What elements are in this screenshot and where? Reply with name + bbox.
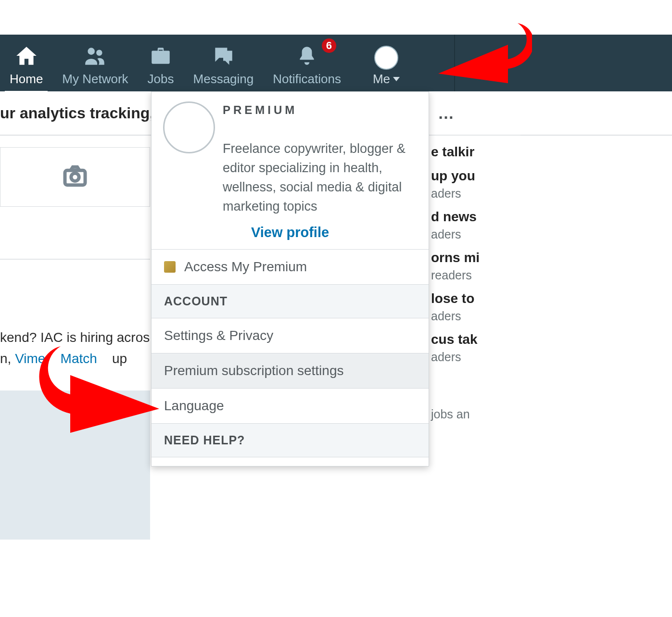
news-item[interactable]: d news aders <box>431 209 520 241</box>
dropdown-profile: PREMIUM Freelance copywriter, blogger & … <box>152 92 429 249</box>
premium-badge-icon <box>164 261 176 273</box>
nav-notifications-label: Notifications <box>273 72 341 87</box>
news-title: up you <box>431 168 520 184</box>
divider <box>0 259 150 260</box>
notification-badge: 6 <box>321 38 337 54</box>
settings-privacy-label: Settings & Privacy <box>164 328 273 343</box>
nav-home[interactable]: Home <box>0 35 52 91</box>
news-item[interactable]: up you aders <box>431 168 520 201</box>
news-sub: readers <box>431 268 520 282</box>
nav-me-label: Me <box>373 72 390 87</box>
nav-messaging[interactable]: Messaging <box>184 35 264 91</box>
news-sub: aders <box>431 350 520 364</box>
access-premium-item[interactable]: Access My Premium <box>152 250 429 284</box>
news-item[interactable]: cus tak aders <box>431 332 520 364</box>
annotation-arrow-bottom <box>37 341 162 438</box>
view-profile-link[interactable]: View profile <box>163 225 417 240</box>
top-nav: Home My Network Jobs Messaging 6 Notific… <box>0 35 672 91</box>
premium-sub-label: Premium subscription settings <box>164 363 343 378</box>
right-ellipsis[interactable]: … <box>429 91 520 136</box>
news-sub: aders <box>431 187 520 201</box>
ellipsis-icon: … <box>438 104 454 123</box>
nav-network[interactable]: My Network <box>52 35 138 91</box>
briefcase-icon <box>149 44 173 70</box>
svg-point-1 <box>71 173 79 181</box>
nav-messaging-label: Messaging <box>193 72 254 87</box>
right-column: … e talkir up you aders d news aders orn… <box>429 91 520 421</box>
news-item[interactable]: orns mi readers <box>431 250 520 282</box>
news-item[interactable]: lose to aders <box>431 291 520 323</box>
nav-network-label: My Network <box>62 72 128 87</box>
news-sub: aders <box>431 227 520 241</box>
settings-privacy-item[interactable]: Settings & Privacy <box>152 318 429 353</box>
news-title: cus tak <box>431 332 520 347</box>
people-icon <box>83 44 107 70</box>
profile-headline: Freelance copywriter, blogger & editor s… <box>223 139 417 216</box>
chevron-down-icon <box>393 77 400 81</box>
dropdown-needhelp-header: NEED HELP? <box>152 423 429 457</box>
annotation-arrow-top <box>436 18 532 90</box>
news-title: d news <box>431 209 520 225</box>
nav-jobs-label: Jobs <box>148 72 174 87</box>
news-sub: aders <box>431 309 520 323</box>
premium-subscription-settings-item[interactable]: Premium subscription settings <box>152 353 429 388</box>
post-photo-button[interactable] <box>0 147 150 207</box>
banner-text: ur analytics tracking, <box>0 104 154 122</box>
camera-icon <box>62 163 89 191</box>
nav-home-label: Home <box>10 72 43 87</box>
language-item[interactable]: Language <box>152 389 429 423</box>
nav-notifications[interactable]: 6 Notifications <box>263 35 351 91</box>
news-title: orns mi <box>431 250 520 265</box>
nav-me[interactable]: Me <box>355 35 417 91</box>
language-label: Language <box>164 398 224 414</box>
nav-jobs[interactable]: Jobs <box>138 35 184 91</box>
premium-label: PREMIUM <box>223 103 417 117</box>
avatar <box>374 46 398 70</box>
access-premium-label: Access My Premium <box>184 259 307 275</box>
home-icon <box>14 44 38 70</box>
feed-line2-prefix: n, <box>0 351 15 366</box>
news-last: jobs an <box>431 407 520 421</box>
dropdown-account-header: ACCOUNT <box>152 284 429 318</box>
me-dropdown: PREMIUM Freelance copywriter, blogger & … <box>151 91 429 466</box>
messaging-icon <box>211 44 235 70</box>
news-item[interactable]: e talkir <box>431 144 520 160</box>
news-title: e talkir <box>431 144 520 160</box>
bell-icon <box>295 44 319 70</box>
news-title: lose to <box>431 291 520 306</box>
avatar-large <box>163 101 215 153</box>
